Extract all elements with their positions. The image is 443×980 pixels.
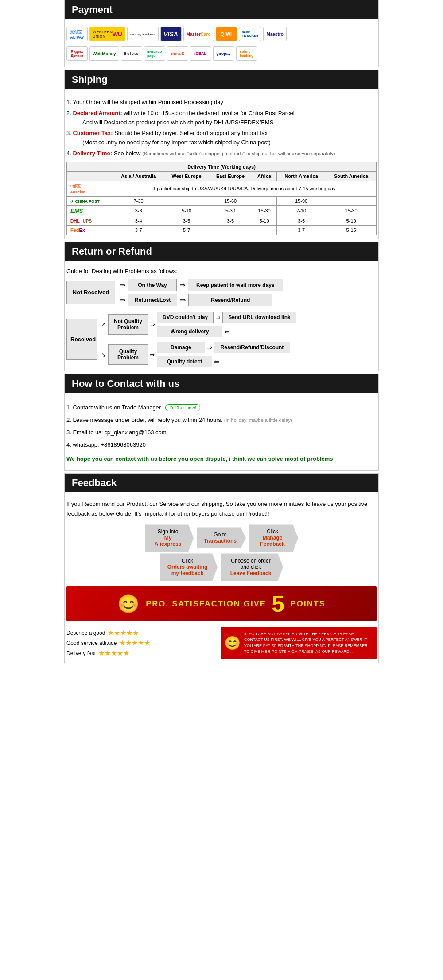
returned-lost-box: Returned/Lost (128, 294, 177, 306)
chinapost-south (326, 196, 377, 205)
step3-highlight: ManageFeedback (260, 535, 284, 547)
contact-point2: 2. Leave message under order, will reply… (66, 415, 377, 425)
wrong-delivery-box: Wrong delivery (157, 326, 222, 337)
shipping-content: 1. Your Order will be shipped within Pro… (65, 93, 378, 239)
customer-tax-label: Customer Tax: (73, 130, 113, 136)
review-stars3: ★★★★★ (98, 649, 129, 657)
fedex-africa: ---- (252, 225, 277, 235)
yandex-logo: ЯндексДеньги (66, 46, 88, 61)
not-quality-group: ↗ Not QualityProblem ⇒ DVD couldn't play… (99, 312, 296, 337)
boleto-logo: Boleto (121, 46, 142, 61)
col-carrier (67, 171, 113, 181)
westernunion-logo: WESTERNUNION WU (89, 27, 125, 41)
arrow12: ⇐ (214, 358, 219, 365)
contact-content: 1. Contact with us on Trade Manager ⊙ Ch… (65, 397, 378, 470)
ups-logo: UPS (83, 219, 92, 224)
review-item2: Good service attitude ★★★★★ (66, 639, 215, 647)
banner-smiley: 😊 (117, 594, 140, 614)
arrow11: ⇒ (207, 344, 212, 351)
step3-box: ClickManageFeedback (249, 524, 298, 552)
dhl-asia: 3-4 (113, 216, 164, 225)
dvd-box: DVD couldn't play (157, 312, 214, 323)
ems-africa: 15-30 (252, 205, 277, 216)
customer-tax-text: Should be Paid by buyer. Seller don't su… (113, 130, 268, 136)
fedex-east: ----- (209, 225, 252, 235)
declared-amount-text2: And will Declared as product price which… (66, 119, 273, 126)
qiwi-logo: QIWI (216, 27, 237, 41)
col-east-europe: East Europe (209, 171, 252, 181)
step2-highlight: Transactions (204, 538, 237, 544)
shipping-point1: 1. Your Order will be shipped within Pro… (66, 98, 377, 107)
chinapost-west (164, 196, 209, 205)
review-item3: Delivery fast ★★★★★ (66, 649, 215, 657)
contact-header: How to Contact with us (65, 374, 378, 393)
declared-amount-label: Declared Amount: (73, 110, 122, 116)
delivery-time-text: See below (112, 150, 142, 157)
quality-problem-box: QualityProblem (108, 344, 148, 365)
declared-amount-text: will write 10 or 15usd on the declared i… (122, 110, 296, 116)
banner-post: POINTS (291, 599, 326, 609)
delivery-table: Delivery Time (Working days) Asia / Aust… (66, 162, 377, 235)
review-right-text: IF YOU ARE NOT SATISFIED WITH THE SERVIC… (244, 631, 373, 655)
shipping-point3: 3. Customer Tax: Should be Paid by buyer… (66, 129, 377, 147)
ems-logo: EMS (70, 208, 83, 214)
arrow7: ⇒ (215, 314, 221, 321)
dhl-logo-cell: DHL UPS (67, 216, 113, 225)
banktransfer-logo: bankTRANSfer (239, 27, 262, 41)
step1-line2: My (164, 535, 172, 541)
epacket-note: Epacket can ship to USA/AU/UK/FR/UA/CA, … (113, 181, 377, 196)
review-label2: Good service attitude (66, 640, 117, 646)
chinapost-logo-cell: ✈ CHINA POST (67, 196, 113, 205)
step4-highlight: Orders awaitingmy feedback (167, 564, 208, 576)
payment-logos-container: 支付宝ALIPAY WESTERNUNION WU moneybookers V… (65, 23, 378, 67)
chinapost-africa (252, 196, 277, 205)
arrow8: ⇐ (224, 328, 229, 335)
dhl-logo: DHL (70, 219, 80, 224)
quality-sub: Damage ⇒ Resend/Refund/Discount Quality … (157, 342, 290, 367)
payment-logos-row1: 支付宝ALIPAY WESTERNUNION WU moneybookers V… (65, 24, 378, 44)
quality-defect-box: Quality defect (157, 356, 212, 367)
on-the-way-box: On the Way (128, 279, 177, 291)
refund-header: Return or Refund (65, 242, 378, 261)
delivery-time-label: Delivery Time: (73, 150, 112, 157)
col-africa: Africa (252, 171, 277, 181)
payment-section: Payment 支付宝ALIPAY WESTERNUNION WU moneyb… (64, 0, 379, 67)
received-branches: ↗ Not QualityProblem ⇒ DVD couldn't play… (99, 312, 296, 367)
fedex-logo-ex: Ex (79, 228, 85, 233)
col-west-europe: West Europe (164, 171, 209, 181)
arrow5: ↗ (101, 321, 106, 328)
not-received-flow: Not Received ⇒ On the Way ⇒ Keep patient… (66, 279, 377, 306)
fedex-north: 3-7 (276, 225, 326, 235)
dhl-west: 3-5 (164, 216, 209, 225)
resend-refund-discount-box: Resend/Refund/Discount (214, 342, 291, 353)
feedback-content: If you Recommand our Product, our Servic… (65, 496, 378, 663)
satisfaction-banner: 😊 PRO. SATISFACTION GIVE 5 POINTS (66, 586, 377, 621)
dhl-row: DHL UPS 3-4 3-5 3-5 5-10 3-5 5-10 (67, 216, 377, 225)
chinapost-logo: ✈ CHINA POST (70, 199, 100, 204)
review-label3: Delivery fast (66, 650, 96, 656)
ems-east: 5-30 (209, 205, 252, 216)
send-url-box: Send URL download link (222, 312, 296, 323)
returned-lost-row: ⇒ Returned/Lost ⇒ Resend/Refund (117, 294, 283, 306)
arrow9: ↘ (101, 351, 106, 358)
guide-title: Guide for Dealing with Problems as follo… (66, 268, 377, 274)
col-north-america: North America (276, 171, 326, 181)
webmoney-logo: WebMoney (89, 46, 119, 61)
not-received-box: Not Received (66, 281, 115, 304)
chat-badge[interactable]: ⊙ Chat now! (165, 404, 201, 411)
fedex-asia: 3-7 (113, 225, 164, 235)
step1-box: Sign intoMyAliexpress (145, 524, 194, 552)
fedex-row: FedEx 3-7 5-7 ----- ---- 3-7 5-15 (67, 225, 377, 235)
contact-point2-small: (In holiday, maybe a little delay) (223, 417, 292, 423)
arrow6: ⇒ (150, 321, 155, 328)
ems-asia: 3-8 (113, 205, 164, 216)
review-right: 😊 IF YOU ARE NOT SATISFIED WITH THE SERV… (221, 627, 377, 659)
shipping-section: Shiping 1. Your Order will be shipped wi… (64, 70, 379, 239)
not-quality-box: Not QualityProblem (108, 314, 148, 335)
chinapost-row: ✈ CHINA POST 7-30 15-60 15-90 (67, 196, 377, 205)
resend-refund-box1: Resend/Refund (188, 294, 272, 306)
customer-tax-text2: (Most country no need pay for any Import… (66, 139, 271, 146)
contact-point4: 4. whatsapp: +8618968063920 (66, 440, 377, 450)
step1-line3: Aliexpress (155, 541, 182, 547)
chinapost-east: 15-60 (209, 196, 252, 205)
